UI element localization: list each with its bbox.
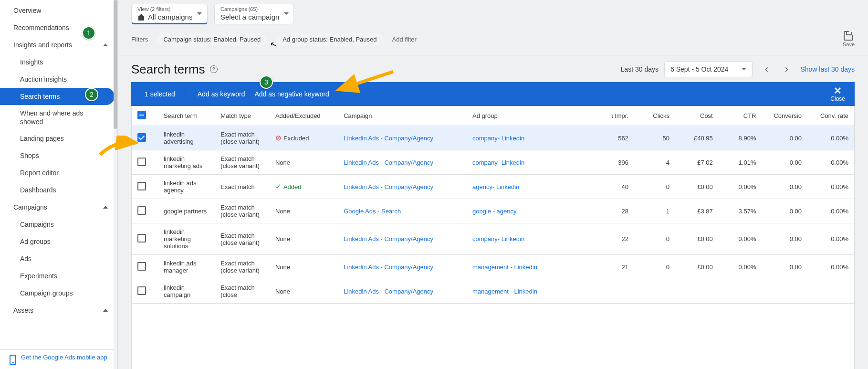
cell-conv-rate: 0.00% [807, 175, 854, 199]
adgroup-link[interactable]: agency- Linkedin [472, 183, 519, 190]
campaign-link[interactable]: Linkedin Ads - Company/Agency [344, 235, 433, 242]
col-ad-group[interactable]: Ad group [467, 106, 592, 126]
adgroup-link[interactable]: management - Linkedin [472, 264, 537, 271]
nav-campaigns-section[interactable]: Campaigns [0, 199, 117, 216]
col-clicks[interactable]: Clicks [634, 106, 675, 126]
date-range-picker[interactable]: 6 Sept - 5 Oct 2024 [664, 61, 753, 77]
nav-ads[interactable]: Ads [0, 250, 117, 267]
cell-clicks: 0 [634, 223, 675, 255]
nav-insights[interactable]: Insights [0, 53, 117, 71]
nav-assets-section-label: Assets [13, 306, 33, 314]
nav-ad-groups[interactable]: Ad groups [0, 233, 117, 250]
selection-count: 1 selected [141, 90, 184, 98]
cell-cost: £40.95 [675, 126, 719, 150]
col-campaign[interactable]: Campaign [338, 106, 467, 126]
nav-recommendations[interactable]: Recommendations [0, 19, 117, 36]
cell-cost: £0.00 [675, 175, 719, 199]
cell-search-term: google partners [158, 199, 215, 223]
col-impressions[interactable]: ↓Impr. [592, 106, 634, 126]
row-checkbox[interactable] [137, 286, 146, 295]
adgroup-link[interactable]: management - Linkedin [472, 288, 537, 295]
status-label: None [275, 208, 290, 215]
status-label: Added [283, 183, 302, 190]
prev-period-button[interactable]: ‹ [758, 61, 774, 77]
date-preset-label: Last 30 days [621, 65, 659, 73]
col-conv-rate[interactable]: Conv. rate [807, 106, 854, 126]
campaign-selector[interactable]: Campaigns (65) Select a campaign [214, 4, 294, 24]
add-filter-button[interactable]: Add filter [392, 36, 417, 43]
cell-ctr [719, 279, 762, 304]
nav-insights-reports[interactable]: Insights and reports [0, 36, 117, 53]
cell-conversions: 0.00 [762, 126, 807, 150]
nav-campaign-groups[interactable]: Campaign groups [0, 285, 117, 302]
nav-assets-section[interactable]: Assets [0, 302, 117, 319]
nav-auction-insights[interactable]: Auction insights [0, 71, 117, 88]
sidebar-scrollbar-thumb[interactable] [114, 0, 117, 129]
save-icon [844, 31, 853, 41]
nav-experiments[interactable]: Experiments [0, 267, 117, 285]
cell-clicks: 0 [634, 175, 675, 199]
cell-match-type: Exact match (close variant) [215, 199, 270, 223]
adgroup-link[interactable]: google - agency [472, 208, 517, 215]
adgroup-link[interactable]: company- Linkedin [472, 159, 524, 166]
campaign-link[interactable]: Linkedin Ads - Company/Agency [344, 135, 433, 142]
table-row: linkedin campaignExact match (closeNoneL… [132, 279, 854, 304]
mobile-app-label: Get the Google Ads mobile app [21, 354, 107, 361]
nav-overview[interactable]: Overview [0, 2, 117, 19]
row-checkbox[interactable] [137, 262, 146, 271]
add-as-negative-keyword-button[interactable]: Add as negative keyword [250, 90, 334, 98]
col-search-term[interactable]: Search term [158, 106, 215, 126]
home-icon [137, 14, 145, 21]
campaign-link[interactable]: Linkedin Ads - Company/Agency [344, 183, 433, 190]
save-button[interactable]: Save [843, 31, 855, 47]
adgroup-link[interactable]: company- Linkedin [472, 235, 524, 242]
view-selector[interactable]: View (2 filters) All campaigns [131, 4, 208, 24]
row-checkbox[interactable] [137, 182, 146, 190]
next-period-button[interactable]: › [778, 61, 795, 77]
cell-conversions [762, 279, 807, 304]
close-selection-button[interactable]: ✕ Close [830, 86, 845, 102]
row-checkbox[interactable] [137, 206, 146, 215]
help-icon[interactable]: ? [210, 65, 218, 73]
caret-down-icon [197, 12, 202, 17]
close-label: Close [830, 95, 845, 102]
col-ctr[interactable]: CTR [719, 106, 762, 126]
nav-report-editor[interactable]: Report editor [0, 164, 117, 181]
col-impressions-label: Impr. [615, 112, 628, 119]
status-label: None [275, 288, 290, 295]
cell-match-type: Exact match (close variant) [215, 126, 270, 150]
table-header-row: Search term Match type Added/Excluded Ca… [132, 106, 854, 126]
col-match-type[interactable]: Match type [215, 106, 270, 126]
nav-campaigns[interactable]: Campaigns [0, 216, 117, 233]
caret-down-icon [284, 12, 289, 17]
nav-campaigns-section-label: Campaigns [13, 203, 47, 211]
add-as-keyword-button[interactable]: Add as keyword [193, 90, 250, 98]
filter-chip-adgroup-status[interactable]: Ad group status: Enabled, Paused [276, 33, 383, 46]
adgroup-link[interactable]: company- Linkedin [472, 135, 524, 142]
campaign-link[interactable]: Google Ads - Search [344, 208, 401, 215]
status-label: None [275, 159, 290, 166]
mobile-app-link[interactable]: Get the Google Ads mobile app [0, 349, 117, 369]
col-conversions[interactable]: Conversio [762, 106, 807, 126]
show-last-30-link[interactable]: Show last 30 days [800, 65, 855, 73]
col-added-excluded[interactable]: Added/Excluded [270, 106, 338, 126]
row-checkbox[interactable] [137, 234, 146, 242]
cell-conv-rate [807, 279, 854, 304]
campaign-link[interactable]: Linkedin Ads - Company/Agency [344, 159, 433, 166]
nav-when-where[interactable]: When and where ads showed [0, 105, 117, 130]
table-row: linkedin advertisingExact match (close v… [132, 126, 854, 150]
campaign-link[interactable]: Linkedin Ads - Company/Agency [344, 264, 433, 271]
cell-conversions: 0.00 [762, 199, 807, 223]
campaign-link[interactable]: Linkedin Ads - Company/Agency [344, 288, 433, 295]
select-all-checkbox[interactable] [137, 111, 146, 119]
cell-impr: 28 [592, 199, 634, 223]
cell-impr: 562 [592, 126, 634, 150]
nav-dashboards[interactable]: Dashboards [0, 181, 117, 199]
cell-conversions: 0.00 [762, 255, 807, 279]
filter-chip-campaign-status[interactable]: Campaign status: Enabled, Paused [157, 33, 267, 46]
annotation-arrow-checkbox [95, 136, 143, 159]
cell-cost: £3.87 [675, 199, 719, 223]
filters-label: Filters [131, 36, 148, 43]
cell-status: None [270, 255, 338, 279]
col-cost[interactable]: Cost [675, 106, 719, 126]
